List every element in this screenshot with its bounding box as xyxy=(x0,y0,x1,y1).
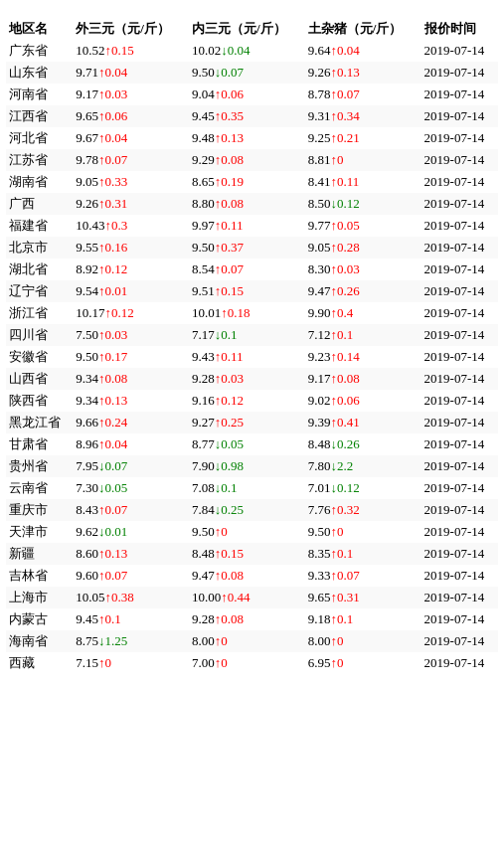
table-row: 内蒙古 9.45↑0.1 9.28↑0.08 9.18↑0.1 2019-07-… xyxy=(6,608,498,630)
cell-tuzha: 9.65↑0.31 xyxy=(305,587,421,608)
cell-region: 浙江省 xyxy=(6,302,73,324)
cell-date: 2019-07-14 xyxy=(421,630,498,652)
cell-region: 四川省 xyxy=(6,324,73,346)
table-body: 广东省 10.52↑0.15 10.02↓0.04 9.64↑0.04 2019… xyxy=(6,40,498,674)
cell-date: 2019-07-14 xyxy=(421,193,498,215)
cell-date: 2019-07-14 xyxy=(421,171,498,193)
cell-waisan: 10.17↑0.12 xyxy=(73,302,189,324)
table-row: 浙江省 10.17↑0.12 10.01↑0.18 9.90↑0.4 2019-… xyxy=(6,302,498,324)
cell-region: 河南省 xyxy=(6,84,73,105)
col-neisan: 内三元（元/斤） xyxy=(189,18,305,40)
cell-region: 辽宁省 xyxy=(6,280,73,302)
cell-waisan: 7.50↑0.03 xyxy=(73,324,189,346)
cell-neisan: 9.50↓0.07 xyxy=(189,62,305,84)
cell-tuzha: 9.33↑0.07 xyxy=(305,565,421,587)
cell-region: 上海市 xyxy=(6,587,73,608)
cell-tuzha: 9.18↑0.1 xyxy=(305,608,421,630)
cell-neisan: 8.77↓0.05 xyxy=(189,433,305,455)
cell-date: 2019-07-14 xyxy=(421,499,498,521)
cell-region: 江西省 xyxy=(6,105,73,127)
cell-region: 安徽省 xyxy=(6,346,73,368)
cell-region: 山东省 xyxy=(6,62,73,84)
cell-waisan: 8.60↑0.13 xyxy=(73,543,189,565)
cell-date: 2019-07-14 xyxy=(421,105,498,127)
cell-tuzha: 6.95↑0 xyxy=(305,652,421,674)
cell-tuzha: 9.90↑0.4 xyxy=(305,302,421,324)
cell-date: 2019-07-14 xyxy=(421,84,498,105)
price-table: 地区名 外三元（元/斤） 内三元（元/斤） 土杂猪（元/斤） 报价时间 广东省 … xyxy=(6,18,498,674)
cell-tuzha: 8.48↓0.26 xyxy=(305,433,421,455)
table-row: 湖北省 8.92↑0.12 8.54↑0.07 8.30↑0.03 2019-0… xyxy=(6,258,498,280)
cell-date: 2019-07-14 xyxy=(421,149,498,171)
cell-date: 2019-07-14 xyxy=(421,302,498,324)
cell-neisan: 9.16↑0.12 xyxy=(189,390,305,412)
cell-waisan: 9.26↑0.31 xyxy=(73,193,189,215)
cell-date: 2019-07-14 xyxy=(421,652,498,674)
cell-tuzha: 9.05↑0.28 xyxy=(305,237,421,258)
cell-tuzha: 7.80↓2.2 xyxy=(305,455,421,477)
cell-tuzha: 8.00↑0 xyxy=(305,630,421,652)
cell-neisan: 7.08↓0.1 xyxy=(189,477,305,499)
cell-tuzha: 9.77↑0.05 xyxy=(305,215,421,237)
cell-date: 2019-07-14 xyxy=(421,324,498,346)
cell-region: 湖北省 xyxy=(6,258,73,280)
cell-waisan: 9.60↑0.07 xyxy=(73,565,189,587)
table-row: 江苏省 9.78↑0.07 9.29↑0.08 8.81↑0 2019-07-1… xyxy=(6,149,498,171)
table-row: 重庆市 8.43↑0.07 7.84↓0.25 7.76↑0.32 2019-0… xyxy=(6,499,498,521)
cell-region: 海南省 xyxy=(6,630,73,652)
cell-tuzha: 8.78↑0.07 xyxy=(305,84,421,105)
cell-date: 2019-07-14 xyxy=(421,521,498,543)
cell-neisan: 9.51↑0.15 xyxy=(189,280,305,302)
cell-region: 黑龙江省 xyxy=(6,412,73,433)
cell-tuzha: 8.35↑0.1 xyxy=(305,543,421,565)
table-row: 北京市 9.55↑0.16 9.50↑0.37 9.05↑0.28 2019-0… xyxy=(6,237,498,258)
cell-date: 2019-07-14 xyxy=(421,455,498,477)
cell-region: 广东省 xyxy=(6,40,73,62)
cell-region: 新疆 xyxy=(6,543,73,565)
cell-tuzha: 8.41↑0.11 xyxy=(305,171,421,193)
table-row: 山西省 9.34↑0.08 9.28↑0.03 9.17↑0.08 2019-0… xyxy=(6,368,498,390)
cell-region: 甘肃省 xyxy=(6,433,73,455)
cell-waisan: 8.75↓1.25 xyxy=(73,630,189,652)
cell-tuzha: 9.26↑0.13 xyxy=(305,62,421,84)
cell-waisan: 9.34↑0.08 xyxy=(73,368,189,390)
cell-date: 2019-07-14 xyxy=(421,215,498,237)
cell-neisan: 9.28↑0.03 xyxy=(189,368,305,390)
cell-date: 2019-07-14 xyxy=(421,477,498,499)
cell-waisan: 9.45↑0.1 xyxy=(73,608,189,630)
cell-neisan: 8.80↑0.08 xyxy=(189,193,305,215)
cell-neisan: 9.29↑0.08 xyxy=(189,149,305,171)
cell-waisan: 9.78↑0.07 xyxy=(73,149,189,171)
cell-date: 2019-07-14 xyxy=(421,62,498,84)
cell-waisan: 10.05↑0.38 xyxy=(73,587,189,608)
table-row: 辽宁省 9.54↑0.01 9.51↑0.15 9.47↑0.26 2019-0… xyxy=(6,280,498,302)
table-row: 新疆 8.60↑0.13 8.48↑0.15 8.35↑0.1 2019-07-… xyxy=(6,543,498,565)
cell-neisan: 9.45↑0.35 xyxy=(189,105,305,127)
cell-date: 2019-07-14 xyxy=(421,280,498,302)
cell-neisan: 8.00↑0 xyxy=(189,630,305,652)
col-tuzha: 土杂猪（元/斤） xyxy=(305,18,421,40)
cell-waisan: 9.62↓0.01 xyxy=(73,521,189,543)
cell-neisan: 8.48↑0.15 xyxy=(189,543,305,565)
cell-date: 2019-07-14 xyxy=(421,237,498,258)
cell-waisan: 10.43↑0.3 xyxy=(73,215,189,237)
col-waisan: 外三元（元/斤） xyxy=(73,18,189,40)
table-row: 广西 9.26↑0.31 8.80↑0.08 8.50↓0.12 2019-07… xyxy=(6,193,498,215)
table-row: 上海市 10.05↑0.38 10.00↑0.44 9.65↑0.31 2019… xyxy=(6,587,498,608)
cell-tuzha: 9.31↑0.34 xyxy=(305,105,421,127)
cell-tuzha: 9.02↑0.06 xyxy=(305,390,421,412)
cell-tuzha: 8.81↑0 xyxy=(305,149,421,171)
cell-date: 2019-07-14 xyxy=(421,258,498,280)
table-row: 西藏 7.15↑0 7.00↑0 6.95↑0 2019-07-14 xyxy=(6,652,498,674)
col-region: 地区名 xyxy=(6,18,73,40)
table-row: 陕西省 9.34↑0.13 9.16↑0.12 9.02↑0.06 2019-0… xyxy=(6,390,498,412)
cell-waisan: 8.92↑0.12 xyxy=(73,258,189,280)
cell-region: 河北省 xyxy=(6,127,73,149)
cell-neisan: 9.28↑0.08 xyxy=(189,608,305,630)
table-row: 天津市 9.62↓0.01 9.50↑0 9.50↑0 2019-07-14 xyxy=(6,521,498,543)
cell-region: 云南省 xyxy=(6,477,73,499)
cell-region: 广西 xyxy=(6,193,73,215)
table-row: 海南省 8.75↓1.25 8.00↑0 8.00↑0 2019-07-14 xyxy=(6,630,498,652)
cell-waisan: 9.17↑0.03 xyxy=(73,84,189,105)
cell-date: 2019-07-14 xyxy=(421,565,498,587)
